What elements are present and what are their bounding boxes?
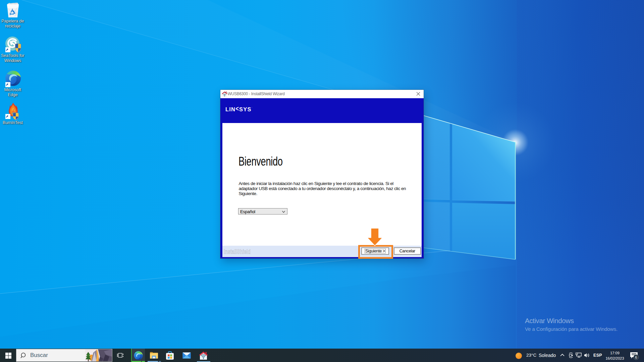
svg-text:6: 6 — [635, 355, 637, 359]
